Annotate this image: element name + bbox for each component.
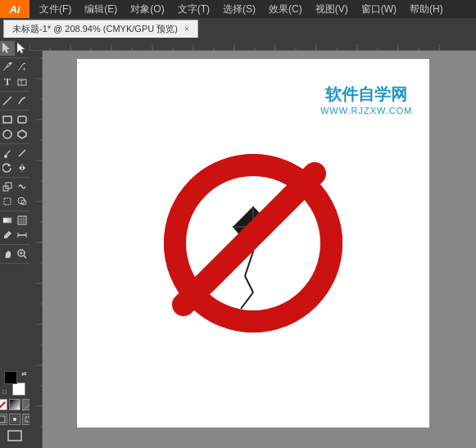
horizontal-ruler <box>29 38 476 51</box>
left-toolbar: + T T <box>0 38 29 448</box>
svg-marker-14 <box>19 165 21 170</box>
add-anchor-tool[interactable]: + <box>15 60 29 75</box>
tab-close-button[interactable]: × <box>184 25 189 34</box>
selection-tool[interactable] <box>0 41 15 56</box>
svg-line-35 <box>23 401 29 411</box>
gradient-tools-group <box>0 211 29 245</box>
draw-behind-icon[interactable] <box>9 414 20 425</box>
watermark-url: WWW.RJZXW.COM <box>320 105 413 116</box>
gradient-tool[interactable] <box>0 213 15 228</box>
mesh-tool[interactable] <box>15 213 29 228</box>
no-kite-sign <box>163 153 343 333</box>
default-colors-icon[interactable]: □ <box>2 389 7 396</box>
area-type-tool[interactable]: T <box>15 75 29 89</box>
artboard: 软件自学网 WWW.RJZXW.COM <box>77 59 429 428</box>
svg-marker-10 <box>18 130 26 138</box>
app-logo: Ai <box>0 0 29 18</box>
main-layout: + T T <box>0 38 476 448</box>
shape-builder-tool[interactable] <box>15 194 29 209</box>
normal-draw-icon[interactable] <box>0 414 7 425</box>
rounded-rectangle-tool[interactable] <box>15 112 29 127</box>
tab-label: 未标题-1* @ 208.94% (CMYK/GPU 预览) <box>12 23 178 35</box>
color-mode-swatches <box>0 399 29 410</box>
rectangle-tool[interactable] <box>0 112 15 127</box>
svg-line-6 <box>3 97 11 105</box>
svg-rect-8 <box>18 116 26 123</box>
canvas-area: 软件自学网 WWW.RJZXW.COM <box>29 38 476 448</box>
svg-marker-15 <box>23 165 25 170</box>
menu-select[interactable]: 选择(S) <box>216 0 262 18</box>
paintbrush-tool[interactable] <box>0 146 15 161</box>
svg-rect-22 <box>18 216 26 224</box>
warp-tool[interactable] <box>15 179 29 194</box>
menu-view[interactable]: 视图(V) <box>309 0 355 18</box>
svg-rect-40 <box>8 431 21 441</box>
svg-text:+: + <box>22 66 26 72</box>
scale-tool[interactable] <box>0 179 15 194</box>
svg-rect-18 <box>4 198 11 205</box>
gradient-swatch[interactable] <box>9 399 20 410</box>
vertical-ruler <box>29 38 43 448</box>
svg-rect-21 <box>3 218 11 223</box>
svg-line-32 <box>24 256 26 258</box>
svg-marker-1 <box>17 43 25 53</box>
menu-file[interactable]: 文件(F) <box>33 0 78 18</box>
draw-inside-icon[interactable] <box>22 414 29 425</box>
screen-mode-icon[interactable] <box>7 430 22 445</box>
paint-tools-group <box>0 144 29 178</box>
type-tool[interactable]: T <box>0 75 15 89</box>
hand-tool[interactable] <box>0 247 15 261</box>
polygon-tool[interactable] <box>15 127 29 142</box>
fill-swatch[interactable] <box>4 371 17 384</box>
svg-rect-38 <box>13 418 16 421</box>
svg-rect-7 <box>3 116 11 123</box>
arc-tool[interactable] <box>15 93 29 108</box>
measure-tool[interactable] <box>15 228 29 242</box>
svg-text:T: T <box>20 79 24 85</box>
menu-items: 文件(F) 编辑(E) 对象(O) 文字(T) 选择(S) 效果(C) 视图(V… <box>29 0 450 18</box>
shape-tools-group <box>0 111 29 144</box>
selection-tools-group <box>0 39 29 58</box>
watermark: 软件自学网 WWW.RJZXW.COM <box>320 84 413 116</box>
pen-tool[interactable] <box>0 60 15 75</box>
transform-tools-group <box>0 178 29 211</box>
ellipse-tool[interactable] <box>0 127 15 142</box>
svg-marker-0 <box>2 43 10 53</box>
menu-effect[interactable]: 效果(C) <box>262 0 309 18</box>
svg-point-9 <box>3 130 11 138</box>
svg-rect-36 <box>0 416 5 423</box>
rotate-tool[interactable] <box>0 161 15 175</box>
draw-mode-icons <box>0 414 29 425</box>
draw-tools-group: + T T <box>0 58 29 92</box>
svg-point-11 <box>4 155 7 158</box>
menu-object[interactable]: 对象(O) <box>124 0 170 18</box>
svg-point-2 <box>10 62 12 65</box>
reflect-tool[interactable] <box>15 161 29 175</box>
free-transform-tool[interactable] <box>0 194 15 209</box>
swap-colors-icon[interactable]: ⇄ <box>21 371 27 378</box>
menu-help[interactable]: 帮助(H) <box>403 0 450 18</box>
menu-text[interactable]: 文字(T) <box>171 0 216 18</box>
watermark-title: 软件自学网 <box>320 84 413 105</box>
line-segment-tool[interactable] <box>0 93 15 108</box>
stroke-swatch[interactable] <box>12 382 25 396</box>
zoom-tool[interactable] <box>15 247 29 261</box>
pattern-swatch[interactable] <box>22 399 29 410</box>
pencil-tool[interactable] <box>15 146 29 161</box>
toolbar-bottom: ⇄ □ <box>0 368 29 448</box>
tab-bar: 未标题-1* @ 208.94% (CMYK/GPU 预览) × <box>0 18 476 38</box>
line-tools-group <box>0 92 29 111</box>
menu-edit[interactable]: 编辑(E) <box>78 0 124 18</box>
eyedropper-tool[interactable] <box>0 228 15 242</box>
document-tab[interactable]: 未标题-1* @ 208.94% (CMYK/GPU 预览) × <box>3 20 198 38</box>
no-fill-swatch[interactable] <box>0 399 7 410</box>
menu-window[interactable]: 窗口(W) <box>355 0 403 18</box>
view-tools-group <box>0 245 29 264</box>
direct-selection-tool[interactable] <box>15 41 29 56</box>
menu-bar: Ai 文件(F) 编辑(E) 对象(O) 文字(T) 选择(S) 效果(C) 视… <box>0 0 476 18</box>
